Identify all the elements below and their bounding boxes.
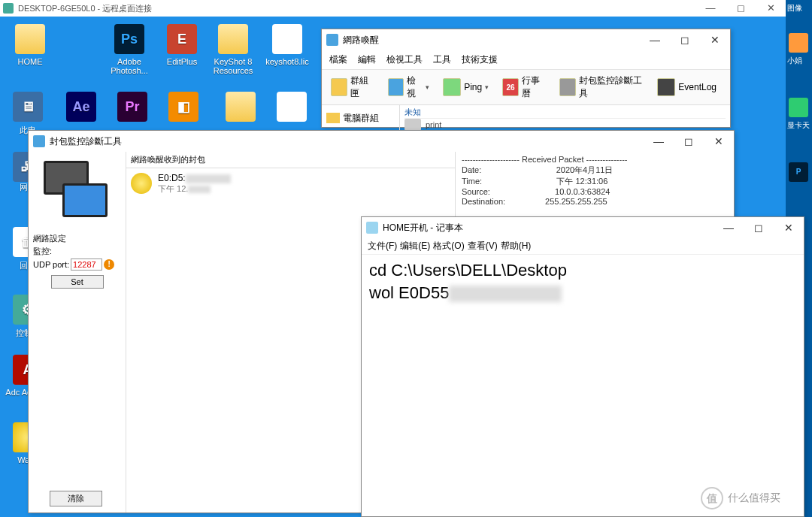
desktop-icon-lic[interactable]: keyshot8.lic (263, 24, 311, 66)
wol-btn-calendar[interactable]: 26行事曆 (498, 73, 550, 101)
wol-toolbar: 群組匣 檢視▾ Ping▾ 26行事曆 封包監控診斷工具 EventLog (322, 70, 730, 105)
wol-btn-packet[interactable]: 封包監控診斷工具 (555, 73, 648, 101)
desktop-icon-ae[interactable]: Ae (57, 92, 105, 125)
chevron-down-icon: ▾ (426, 83, 429, 91)
pkt-port-input[interactable] (71, 258, 102, 271)
rdp-icon (3, 3, 14, 14)
pkt-list-header: 網路喚醒收到的封包 (126, 152, 455, 168)
notepad-icon (366, 222, 378, 234)
desktop-icon-file[interactable] (268, 92, 316, 125)
warning-icon: ! (104, 259, 114, 270)
wol-list-header: 未知 (404, 107, 726, 119)
wol-btn-view[interactable]: 檢視▾ (383, 73, 434, 101)
pkt-set-button[interactable]: Set (51, 275, 104, 289)
strip-icon[interactable] (789, 33, 808, 53)
note-menu-view[interactable]: 查看(V) (468, 240, 498, 252)
pkt-titlebar[interactable]: 封包監控診斷工具 — ◻ ✕ (29, 131, 734, 152)
note-menubar: 文件(F) 编辑(E) 格式(O) 查看(V) 帮助(H) (362, 238, 804, 255)
view-icon (388, 78, 404, 96)
rdp-minimize[interactable]: — (695, 0, 726, 17)
computer-icon (44, 161, 111, 228)
rdp-title: DESKTOP-6GE50L0 - 远程桌面连接 (18, 3, 152, 14)
pkt-net-label: 網路設定 (33, 233, 121, 244)
pkt-sidebar: 網路設定 監控: UDP port: ! Set (29, 152, 126, 512)
desktop-icon-folder[interactable] (217, 92, 265, 125)
wol-minimize[interactable]: — (640, 29, 670, 50)
desktop-icon-pr[interactable]: Pr (108, 92, 156, 125)
note-menu-format[interactable]: 格式(O) (433, 240, 464, 252)
watermark-icon: 值 (701, 487, 723, 509)
desktop-icon-home[interactable]: HOME (6, 24, 54, 66)
pkt-clear-button[interactable]: 清除 (50, 491, 102, 506)
note-titlebar[interactable]: HOME开机 - 记事本 — ◻ ✕ (362, 217, 804, 238)
pkt-close[interactable]: ✕ (704, 131, 734, 152)
strip-icon[interactable] (789, 98, 808, 117)
printer-icon (404, 119, 421, 131)
note-maximize[interactable]: ◻ (744, 217, 774, 238)
ping-icon (443, 78, 461, 96)
note-text-area[interactable]: cd C:\Users\DELL\Desktop wol E0D55 (362, 255, 804, 308)
wol-menubar: 檔案 編輯 檢視工具 工具 技術支援 (322, 50, 730, 70)
wol-maximize[interactable]: ◻ (670, 29, 700, 50)
lightbulb-icon (131, 173, 152, 194)
pkt-maximize[interactable]: ◻ (674, 131, 704, 152)
folder-icon (326, 113, 340, 123)
note-menu-edit[interactable]: 编辑(E) (400, 240, 430, 252)
eventlog-icon (657, 78, 675, 96)
note-title: HOME开机 - 记事本 (383, 222, 463, 234)
wol-close[interactable]: ✕ (700, 29, 730, 50)
pkt-title: 封包監控診斷工具 (50, 135, 122, 148)
wol-btn-eventlog[interactable]: EventLog (653, 77, 721, 98)
note-menu-help[interactable]: 帮助(H) (501, 240, 532, 252)
wol-app-icon (326, 34, 338, 46)
chevron-down-icon: ▾ (485, 83, 489, 91)
pkt-mon-label: 監控: (33, 246, 121, 257)
wol-tree[interactable]: 電腦群組 (322, 105, 400, 131)
wol-btn-group[interactable]: 群組匣 (326, 73, 379, 101)
note-close[interactable]: ✕ (774, 217, 804, 238)
wol-title: 網路喚醒 (343, 34, 379, 47)
wol-menu-support[interactable]: 技術支援 (462, 53, 498, 66)
pkt-app-icon (33, 135, 45, 147)
remote-desktop[interactable]: HOME PsAdobe Photosh... EEditPlus KeySho… (0, 17, 786, 517)
note-line-1: cd C:\Users\DELL\Desktop (369, 259, 796, 282)
folder-icon (331, 78, 347, 96)
pkt-list-item[interactable]: E0:D5: 下午 12. (126, 168, 455, 199)
pkt-item-mac: E0:D5: (158, 173, 231, 183)
wakeonlan-window[interactable]: 網路喚醒 — ◻ ✕ 檔案 編輯 檢視工具 工具 技術支援 群組匣 檢視▾ Pi… (321, 29, 731, 128)
note-menu-file[interactable]: 文件(F) (368, 240, 397, 252)
wol-btn-ping[interactable]: Ping▾ (438, 77, 493, 98)
desktop-icon-keyshot[interactable]: KeyShot 8 Resources (209, 24, 257, 75)
strip-icon[interactable]: P (789, 162, 808, 182)
wol-menu-tool[interactable]: 工具 (433, 53, 451, 66)
pkt-item-time: 下午 12. (158, 183, 231, 195)
pkt-minimize[interactable]: — (644, 131, 674, 152)
wol-menu-file[interactable]: 檔案 (329, 53, 347, 66)
wol-menu-view[interactable]: 檢視工具 (386, 53, 423, 66)
rdp-close[interactable]: ✕ (756, 0, 786, 17)
packet-icon (559, 78, 576, 96)
desktop-icon-vm[interactable]: ◧ (159, 92, 208, 125)
wol-titlebar[interactable]: 網路喚醒 — ◻ ✕ (322, 29, 730, 50)
desktop-icon-editplus[interactable]: EEditPlus (158, 24, 206, 66)
rdp-maximize[interactable]: ◻ (726, 0, 756, 17)
wol-menu-edit[interactable]: 編輯 (358, 53, 376, 66)
rdp-titlebar: DESKTOP-6GE50L0 - 远程桌面连接 (0, 0, 786, 17)
watermark: 值 什么值得买 (701, 487, 780, 509)
notepad-window[interactable]: HOME开机 - 记事本 — ◻ ✕ 文件(F) 编辑(E) 格式(O) 查看(… (361, 216, 804, 517)
note-line-2: wol E0D55 (369, 282, 796, 304)
pkt-udp-label: UDP port: (33, 260, 69, 269)
calendar-icon: 26 (502, 78, 519, 96)
wol-list-item[interactable]: print (404, 119, 726, 131)
rdp-window-controls: — ◻ ✕ (695, 0, 786, 17)
note-minimize[interactable]: — (714, 217, 744, 238)
desktop-icon-photoshop[interactable]: PsAdobe Photosh... (105, 24, 153, 75)
